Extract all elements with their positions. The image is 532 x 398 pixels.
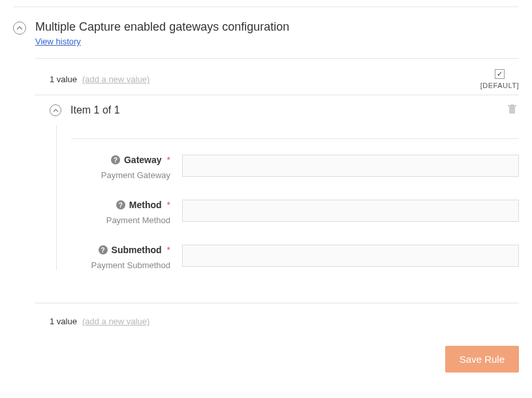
trash-icon[interactable] — [505, 102, 519, 119]
save-rule-button[interactable]: Save Rule — [445, 346, 519, 373]
value-count-bottom: 1 value — [50, 316, 77, 326]
default-toggle-group: ✓ [DEFAULT] — [480, 69, 519, 89]
add-value-link-top[interactable]: (add a new value) — [82, 74, 149, 84]
value-summary-top: 1 value (add a new value) ✓ [DEFAULT] — [35, 59, 519, 95]
submethod-sublabel: Payment Submethod — [71, 260, 170, 270]
section-content: Multiple Capture enabled gateways config… — [35, 20, 519, 386]
method-sublabel: Payment Method — [71, 215, 170, 225]
gateway-input[interactable] — [182, 155, 519, 177]
config-section: Multiple Capture enabled gateways config… — [13, 20, 519, 386]
save-row: Save Rule — [35, 333, 519, 386]
item-header: Item 1 of 1 — [50, 102, 519, 119]
gateway-sublabel: Payment Gateway — [71, 170, 170, 180]
svg-rect-2 — [510, 104, 514, 106]
value-count-top: 1 value — [50, 74, 77, 84]
submethod-input[interactable] — [182, 245, 519, 267]
item-title: Item 1 of 1 — [70, 104, 120, 116]
collapse-section-icon[interactable] — [13, 22, 26, 35]
method-label: Method — [129, 200, 162, 210]
value-summary-bottom: 1 value (add a new value) — [35, 303, 519, 333]
default-checkbox[interactable]: ✓ — [495, 69, 505, 79]
help-icon[interactable]: ? — [99, 245, 108, 254]
submethod-label: Submethod — [112, 245, 162, 255]
required-star: * — [167, 200, 170, 210]
required-star: * — [167, 245, 170, 255]
gateway-label: Gateway — [124, 155, 162, 165]
help-icon[interactable]: ? — [111, 155, 120, 164]
divider — [35, 95, 519, 95]
form-row-method: ? Method * Payment Method — [71, 200, 519, 225]
collapse-item-icon[interactable] — [50, 104, 61, 116]
section-title: Multiple Capture enabled gateways config… — [35, 20, 519, 34]
default-label: [DEFAULT] — [480, 82, 519, 89]
form-row-gateway: ? Gateway * Payment Gateway — [71, 155, 519, 180]
form-row-submethod: ? Submethod * Payment Submethod — [71, 245, 519, 270]
required-star: * — [167, 155, 170, 165]
add-value-link-bottom[interactable]: (add a new value) — [82, 316, 149, 326]
view-history-link[interactable]: View history — [35, 37, 81, 46]
item-section: Item 1 of 1 ? Gateway — [50, 102, 519, 303]
help-icon[interactable]: ? — [116, 200, 125, 209]
item-divider — [71, 138, 519, 139]
method-input[interactable] — [182, 200, 519, 222]
top-divider — [13, 7, 519, 7]
item-body: ? Gateway * Payment Gateway ? — [56, 125, 519, 270]
svg-rect-0 — [509, 106, 515, 114]
